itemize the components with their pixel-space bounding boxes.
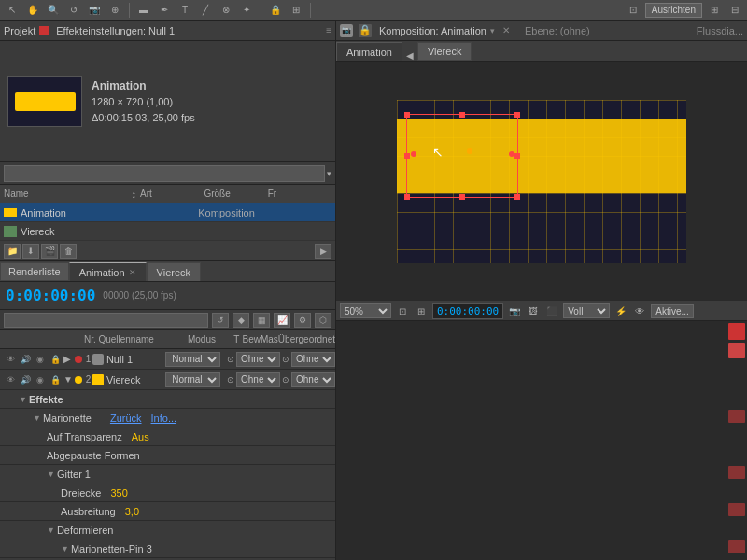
effekte-collapse-icon[interactable]: ▼ xyxy=(19,395,27,404)
hand-tool-icon[interactable]: ✋ xyxy=(24,2,41,19)
layer-solo-icon-1[interactable]: ◉ xyxy=(34,353,47,366)
puppet-pin-3[interactable] xyxy=(509,151,514,157)
timeline-search-input[interactable] xyxy=(4,313,208,328)
layer-audio-icon-1[interactable]: 🔊 xyxy=(19,353,32,366)
handle-mid-left[interactable] xyxy=(404,153,410,159)
tl-chart-icon[interactable]: ▦ xyxy=(253,313,270,328)
layer-lock-icon-1[interactable]: 🔒 xyxy=(49,353,62,366)
comp-close-icon[interactable]: ✕ xyxy=(502,25,514,36)
fit-icon[interactable]: ⊡ xyxy=(395,303,410,318)
puppet-pin-2[interactable] xyxy=(467,148,472,154)
tab-animation-close-icon[interactable]: ✕ xyxy=(129,268,136,277)
camera-icon[interactable]: 📷 xyxy=(86,2,103,19)
layer-mode-select-2[interactable]: Normal xyxy=(165,372,220,387)
tl-add-marker-icon[interactable]: ◆ xyxy=(233,313,249,328)
info-value[interactable]: Info... xyxy=(151,413,177,424)
tab-animation-timeline[interactable]: Animation ✕ xyxy=(69,262,147,281)
pin3-collapse-icon[interactable]: ▼ xyxy=(61,544,69,553)
handle-bottom-mid[interactable] xyxy=(459,194,465,200)
lock-icon[interactable]: 🔒 xyxy=(267,2,284,19)
grid-icon[interactable]: ⊞ xyxy=(288,2,304,19)
delete-icon[interactable]: 🗑 xyxy=(60,244,77,259)
layer-mode-select-1[interactable]: Normal xyxy=(165,352,220,367)
project-search-input[interactable] xyxy=(4,165,325,182)
layer-vis-icon-1[interactable]: 👁 xyxy=(4,353,17,366)
ausrichten-button[interactable]: Ausrichten xyxy=(645,3,702,18)
fast-preview-icon[interactable]: ⚡ xyxy=(613,303,628,318)
layer-lock-icon-2[interactable]: 🔒 xyxy=(49,373,62,386)
rotate-tool-icon[interactable]: ↺ xyxy=(65,2,82,19)
tl-loop-icon[interactable]: ↺ xyxy=(212,313,229,328)
layer-uber-select-1[interactable]: Ohne xyxy=(291,352,335,367)
tab-arrow-icon[interactable]: ◀ xyxy=(402,50,417,61)
layer-uber-icon-1: ⊙ xyxy=(282,355,289,364)
handle-mid-right[interactable] xyxy=(514,153,520,159)
arrow-tool-icon[interactable]: ↖ xyxy=(4,2,21,19)
collapse-icon[interactable]: ⊟ xyxy=(726,2,743,19)
puppet-pin-1[interactable] xyxy=(411,151,416,157)
gitter1-collapse-icon[interactable]: ▼ xyxy=(47,469,55,479)
new-comp-icon[interactable]: 🎬 xyxy=(41,244,58,259)
layer-bewmas-icon-2[interactable]: ⊙ xyxy=(227,375,234,385)
layer-expand-2[interactable]: ▼ xyxy=(63,374,73,385)
zuruck-value[interactable]: Zurück xyxy=(110,413,142,424)
zoom-tool-icon[interactable]: 🔍 xyxy=(45,2,62,19)
list-item[interactable]: Animation Komposition xyxy=(0,203,335,222)
search-dropdown-icon[interactable]: ▾ xyxy=(327,169,331,178)
handle-top-mid[interactable] xyxy=(459,112,465,118)
deformieren-row: ▼ Deformieren xyxy=(0,521,335,539)
transparency-icon[interactable]: ⬛ xyxy=(544,303,559,318)
brush-tool-icon[interactable]: ╱ xyxy=(197,2,214,19)
view-options-icon[interactable]: 👁 xyxy=(632,303,647,318)
tab-viereck-comp[interactable]: Viereck xyxy=(417,42,472,61)
current-time-display[interactable]: 0:00:00:00 xyxy=(6,287,95,304)
scroll-right-icon[interactable]: ▶ xyxy=(315,244,331,259)
tl-settings-icon[interactable]: ⚙ xyxy=(294,313,311,328)
tl-graph-icon[interactable]: 📈 xyxy=(274,313,290,328)
marionette-collapse-icon[interactable]: ▼ xyxy=(33,413,41,423)
tab-viereck-timeline[interactable]: Viereck xyxy=(147,262,201,281)
pen-tool-icon[interactable]: ✒ xyxy=(156,2,173,19)
stamp-tool-icon[interactable]: ⊗ xyxy=(218,2,234,19)
text-tool-icon[interactable]: T xyxy=(176,2,193,19)
layer-audio-icon-2[interactable]: 🔊 xyxy=(19,373,32,386)
rect-tool-icon[interactable]: ▬ xyxy=(135,2,152,19)
show-snapshot-icon[interactable]: 🖼 xyxy=(526,303,541,318)
handle-top-left[interactable] xyxy=(404,112,410,118)
new-folder-icon[interactable]: 📁 xyxy=(4,244,21,259)
handle-bottom-right[interactable] xyxy=(514,194,520,200)
layer-uber-select-2[interactable]: Ohne xyxy=(291,372,335,387)
layer-solo-icon-2[interactable]: ◉ xyxy=(34,373,47,386)
panel-flyout-icon[interactable]: ≡ xyxy=(326,25,331,35)
layer-bewmas-1[interactable]: Ohne xyxy=(236,352,280,367)
tab-animation-comp[interactable]: Animation xyxy=(336,42,402,61)
comp-lock-icon[interactable]: 🔒 xyxy=(359,24,372,37)
quality-select[interactable]: Voll xyxy=(563,303,610,318)
comp-dropdown-icon[interactable]: ▾ xyxy=(490,26,495,35)
layer-row-viereck[interactable]: 👁 🔊 ◉ 🔒 ▼ 2 Viereck Normal ⊙ xyxy=(0,370,335,390)
layer-bewmas-icon-1[interactable]: ⊙ xyxy=(227,355,234,364)
handle-top-right[interactable] xyxy=(514,112,520,118)
zoom-select[interactable]: 50% xyxy=(340,303,391,318)
layer-bewmas-2[interactable]: Ohne xyxy=(236,372,280,387)
layer-row-null1[interactable]: 👁 🔊 ◉ 🔒 ▶ 1 Null 1 Normal ⊙ xyxy=(0,349,335,370)
dreiecke-value[interactable]: 350 xyxy=(110,487,127,498)
pan-tool-icon[interactable]: ⊕ xyxy=(106,2,123,19)
handle-bottom-left[interactable] xyxy=(404,194,410,200)
comp-timecode[interactable]: 0:00:00:00 xyxy=(432,303,503,319)
deformieren-collapse-icon[interactable]: ▼ xyxy=(47,525,55,535)
ebene-label: Ebene: (ohne) xyxy=(525,25,590,36)
aktive-label[interactable]: Aktive... xyxy=(651,304,694,318)
list-item[interactable]: Viereck xyxy=(0,222,335,241)
tl-3d-icon[interactable]: ⬡ xyxy=(315,313,331,328)
layer-vis-icon-2[interactable]: 👁 xyxy=(4,373,17,386)
expand-icon[interactable]: ⊞ xyxy=(706,2,723,19)
pixel-icon[interactable]: ⊞ xyxy=(414,303,429,318)
snapshot-icon[interactable]: 📷 xyxy=(507,303,522,318)
puppet-tool-icon[interactable]: ✦ xyxy=(238,2,255,19)
import-icon[interactable]: ⬇ xyxy=(22,244,39,259)
snap-icon[interactable]: ⊡ xyxy=(625,2,641,19)
file-type-animation: Komposition xyxy=(198,207,331,218)
tab-renderliste[interactable]: Renderliste xyxy=(0,262,69,281)
ausbreitung-value[interactable]: 3,0 xyxy=(125,506,139,517)
